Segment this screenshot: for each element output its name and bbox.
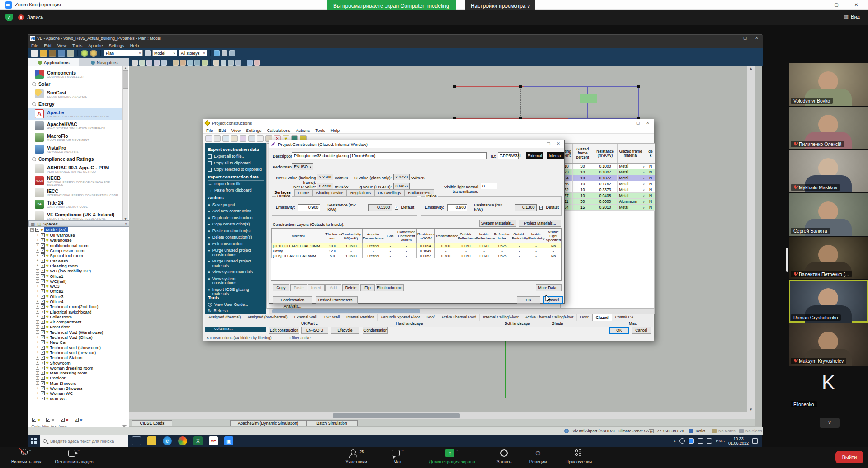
tab-navigators[interactable]: Navigators [79,58,130,66]
application-item[interactable]: − Solar [28,80,122,88]
category-tab[interactable]: TSC Wall [320,314,343,321]
zoom-taskbar-icon[interactable]: ▣ [224,436,233,445]
ve-menu-item[interactable]: View [57,43,66,48]
view-menu[interactable]: ▦Вид [844,14,860,20]
inside-resistance-field[interactable]: 0.1300 [515,204,537,211]
space-checkbox[interactable]: ✓ [41,381,45,385]
tab-applications[interactable]: Applications [28,58,79,66]
space-item[interactable]: + ✓ ♥ Technical room(2nd floor) [28,304,129,309]
expander-icon[interactable]: + [36,249,39,253]
tool-link[interactable]: ?View User Guide... [208,303,264,307]
application-item[interactable]: − SunCastSOLAR SHADING ANALYSIS [28,88,122,100]
dialog-close-button[interactable]: ✕ [553,140,563,147]
tray-expand-icon[interactable]: ∧ [674,439,676,443]
participants-control[interactable]: 25⌃ Участники [337,449,376,464]
application-item[interactable]: − VistaProADVANCED ANALYSIS [28,143,122,155]
components-library-icon[interactable] [67,50,74,57]
expander-icon[interactable]: + [36,320,39,324]
ve-menu-item[interactable]: File [31,43,38,48]
space-item[interactable]: + ✓ ♥ Special tool room [28,253,129,258]
chevron-up-icon[interactable]: ⌃ [401,449,404,454]
zoom-fit-icon[interactable] [161,60,167,66]
ve-menu-item[interactable]: Tools [72,43,82,48]
filter-checkbox-blue[interactable]: ✓ [75,418,79,422]
space-checkbox[interactable]: ✓ [41,295,45,299]
construction-row[interactable]: 84 10 0.1877 Metal∨ N [561,175,655,181]
expander-icon[interactable]: + [36,264,39,267]
layer-row[interactable]: Cavity12.0-- --0.1649- ---- -- [272,248,562,253]
space-item[interactable]: + ✓ ♥ New Car [28,340,129,345]
space-checkbox[interactable]: ✓ [41,386,45,390]
subcategory-tab[interactable]: Hard landscape [396,321,423,326]
space-checkbox[interactable]: ✓ [41,366,45,370]
search-icon[interactable] [248,135,255,142]
add-layer-button[interactable]: Add [326,284,341,291]
language-indicator[interactable]: ENG [716,439,725,443]
ve-close-button[interactable]: ✕ [751,35,763,42]
expander-icon[interactable]: + [36,274,39,278]
file-explorer-icon[interactable] [147,436,156,445]
condensation-analysis-button[interactable]: Condensation Analysis... [273,296,312,304]
dialog-tab[interactable]: UK Dwellings [374,189,405,196]
filter-checkbox-yellow[interactable]: ✓ [32,418,36,422]
expander-icon[interactable]: + [36,366,39,370]
action-link[interactable]: ●View system materials... [208,270,264,275]
space-item[interactable]: + ✓ ♥ Front door [28,324,129,329]
constructions-ok-button[interactable]: OK [609,327,629,334]
application-item[interactable]: − ComponentsCOMPONENT MODELLER [28,68,122,80]
start-button[interactable] [31,438,37,444]
expander-icon[interactable]: + [36,310,39,314]
collapse-icon[interactable]: − [32,102,36,106]
space-item[interactable]: + ✓ ♥ Technical Station [28,355,129,360]
tasks-status[interactable]: Tasks [695,429,705,433]
navigator-compass-icon[interactable] [90,50,97,57]
action-link[interactable]: ●Duplicate construction [208,216,264,220]
measure-icon[interactable] [213,60,219,66]
tray-display-icon[interactable] [698,438,703,444]
grid-icon[interactable] [221,60,226,66]
collapse-icon[interactable]: − [32,157,36,161]
frame-material-select[interactable]: Metal∨ [618,175,646,181]
constructions-menu-item[interactable]: Calculations [267,128,290,133]
system-materials-button[interactable]: System Materials... [479,220,516,227]
category-tab[interactable]: Glazed [592,314,612,321]
root-checkbox[interactable]: ✓ [35,228,39,232]
u-glass-field[interactable]: 2.2728 [393,174,410,180]
layers-icon[interactable] [235,60,241,66]
select-arrow-icon[interactable] [132,60,138,66]
open-folder-icon[interactable] [40,50,47,57]
expander-icon[interactable]: + [36,356,39,360]
ve-menu-item[interactable]: Apache [88,43,103,48]
category-tab[interactable]: Door [577,314,592,321]
video-control[interactable]: ⌃ Остановить видео [49,449,99,464]
inside-emissivity-input[interactable]: 0.900 [447,204,468,211]
frame-material-select[interactable]: Metal∨ [618,169,646,175]
copy-layer-button[interactable]: Copy [273,284,289,291]
space-item[interactable]: + ✓ ♥ Office2 [28,289,129,294]
application-item[interactable]: − MacroFloMULTI-ZONE AIR MOVEMENT [28,131,122,143]
axes-icon[interactable] [247,60,253,66]
copy-icon[interactable] [231,135,238,142]
uvalues-select[interactable]: EN-ISO U values ∨ [301,327,328,334]
participant-tile[interactable]: Volodymyr Boyko [789,63,868,106]
taskbar-search-input[interactable] [49,438,125,444]
space-item[interactable]: + ✓ ♥ Woman dreesing room [28,365,129,370]
minimize-button[interactable]: — [807,0,826,10]
id-field[interactable]: GDPRW38I [498,152,519,159]
close-button[interactable]: ✕ [846,0,866,10]
space-item[interactable]: + ✓ ♥ Technical void (showroom) [28,345,129,350]
constructions-menu-item[interactable]: Tools [315,128,325,133]
chrome-icon[interactable] [178,436,187,445]
space-item[interactable]: + ✓ ♥ WC (low-mobility GP) [28,268,129,273]
space-item[interactable]: + ✓ ♥ Man Showers [28,381,129,386]
security-shield-icon[interactable]: ✓ [5,14,13,21]
action-link[interactable]: ●Purge unused project constructions [208,248,264,257]
lifecycle-database-button[interactable]: Lifecycle database [331,327,359,334]
lightning-icon[interactable] [214,50,220,56]
spaces-root-item[interactable]: − ✓ ♥ Model (33) [28,227,129,233]
application-item[interactable]: − Compliance and Ratings [28,155,122,163]
space-checkbox[interactable]: ✓ [41,238,45,242]
space-checkbox[interactable]: ✓ [41,330,45,334]
filter-checkbox-red[interactable]: ✓ [61,418,65,422]
vlt-input[interactable]: 0 [481,183,497,189]
